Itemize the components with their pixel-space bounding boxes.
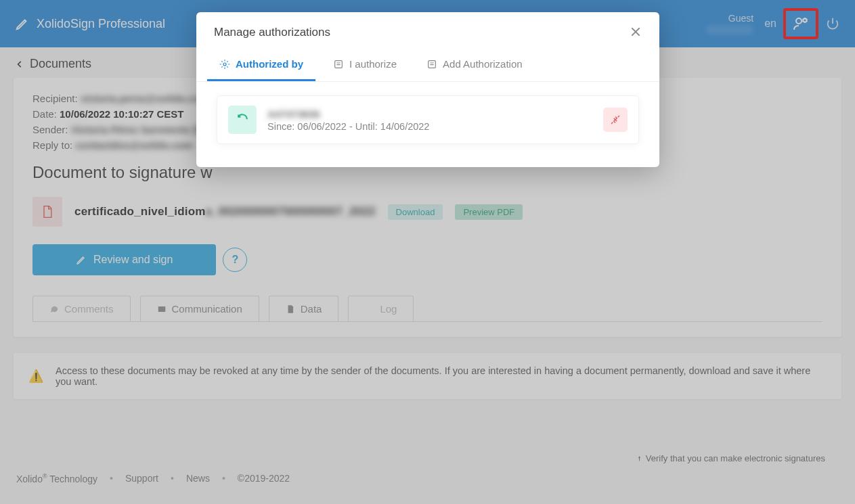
unplug-icon bbox=[609, 114, 621, 126]
list-icon bbox=[426, 59, 437, 70]
authorization-entry: A47473836 Since: 06/06/2022 - Until: 14/… bbox=[217, 95, 639, 144]
svg-point-3 bbox=[223, 63, 226, 66]
close-icon[interactable] bbox=[630, 26, 642, 39]
gear-icon bbox=[219, 59, 230, 70]
svg-rect-5 bbox=[429, 60, 436, 68]
auth-entity-name: A47473836 bbox=[267, 108, 592, 120]
tab-add-authorization[interactable]: Add Authorization bbox=[414, 49, 535, 81]
svg-rect-4 bbox=[335, 60, 343, 68]
refresh-button[interactable] bbox=[228, 106, 257, 134]
list-icon bbox=[333, 59, 344, 70]
refresh-icon bbox=[236, 113, 249, 127]
modal-tabs: Authorized by I authorize Add Authorizat… bbox=[196, 49, 659, 82]
tab-i-authorize[interactable]: I authorize bbox=[321, 49, 409, 81]
auth-date-range: Since: 06/06/2022 - Until: 14/06/2022 bbox=[267, 121, 592, 132]
modal-title: Manage authorizations bbox=[214, 26, 330, 39]
tab-authorized-by[interactable]: Authorized by bbox=[207, 49, 315, 81]
manage-authorizations-modal: Manage authorizations Authorized by I au… bbox=[196, 12, 659, 167]
revoke-button[interactable] bbox=[603, 108, 628, 132]
